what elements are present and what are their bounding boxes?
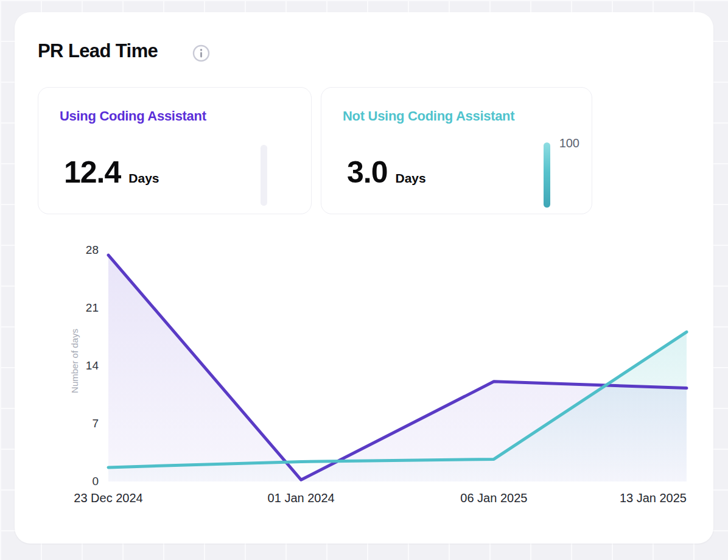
- chart-canvas[interactable]: [108, 247, 687, 484]
- y-tick-label: 21: [61, 301, 99, 315]
- x-tick-label: 06 Jan 2025: [460, 491, 527, 505]
- x-tick-label: 23 Dec 2024: [74, 491, 142, 505]
- y-tick-label: 28: [61, 243, 99, 257]
- y-tick-label: 0: [61, 474, 99, 489]
- x-tick-label: 13 Jan 2025: [620, 491, 687, 505]
- y-tick-label: 7: [61, 416, 99, 431]
- x-tick-label: 01 Jan 2024: [268, 491, 335, 505]
- lead-time-chart[interactable]: Number of days 07142128 23 Dec 202401 Ja…: [15, 12, 713, 544]
- pr-lead-time-card: PR Lead Time Using Coding Assistant 12.4…: [15, 12, 713, 544]
- y-tick-label: 14: [61, 359, 99, 373]
